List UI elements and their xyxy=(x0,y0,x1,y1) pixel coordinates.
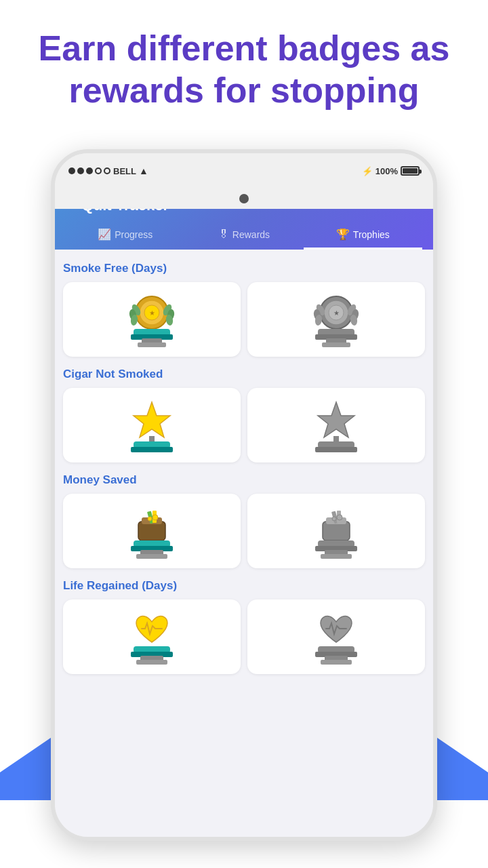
signal-dot-4 xyxy=(95,167,102,174)
svg-rect-59 xyxy=(136,660,167,665)
signal-area: BELL ▲ xyxy=(68,165,148,176)
trophy-card-money-gold xyxy=(63,494,241,568)
tab-rewards[interactable]: 🎖 Rewards xyxy=(184,221,303,250)
trophy-card-life-gold xyxy=(63,599,241,674)
camera-bar xyxy=(55,189,433,209)
svg-rect-46 xyxy=(323,521,350,540)
cigar-gold-trophy-svg xyxy=(121,397,182,454)
carrier-label: BELL xyxy=(113,166,136,176)
app-content: ≡ Quit Tracker 📈 Progress 🎖 Rewards 🏆 Tr… xyxy=(55,189,433,837)
svg-marker-32 xyxy=(318,402,354,437)
cigar-gray-trophy-svg xyxy=(306,397,367,454)
svg-text:★: ★ xyxy=(333,309,340,317)
svg-rect-45 xyxy=(136,554,167,559)
svg-rect-27 xyxy=(322,342,350,347)
signal-dot-5 xyxy=(104,167,110,174)
life-gray-trophy-svg xyxy=(306,608,367,666)
trophies-icon: 🏆 xyxy=(336,228,350,241)
svg-rect-36 xyxy=(138,521,165,540)
svg-point-41 xyxy=(148,517,152,521)
battery-bar xyxy=(401,166,420,176)
svg-marker-28 xyxy=(134,402,170,437)
tab-rewards-label: Rewards xyxy=(232,229,270,240)
svg-rect-35 xyxy=(315,447,357,452)
rewards-icon: 🎖 xyxy=(218,229,229,241)
trophy-grid-life xyxy=(63,599,425,674)
svg-text:★: ★ xyxy=(149,309,155,317)
svg-rect-13 xyxy=(138,342,166,347)
svg-rect-63 xyxy=(321,660,352,665)
trophy-grid-smoke-free: ★ xyxy=(63,282,425,357)
battery-area: ⚡ 100% xyxy=(362,166,420,176)
phone-mockup: BELL ▲ ⚡ 100% ≡ Quit Tracker 📈 Progress xyxy=(51,149,437,841)
tab-bar: 📈 Progress 🎖 Rewards 🏆 Trophies xyxy=(66,221,422,250)
trophy-card-cigar-gold xyxy=(63,388,241,462)
trophy-card-smoke-gold: ★ xyxy=(63,282,241,357)
bluetooth-icon: ⚡ xyxy=(362,166,373,176)
life-gold-trophy-svg xyxy=(121,608,182,666)
section-money-label: Money Saved xyxy=(63,473,425,487)
scroll-content[interactable]: Smoke Free (Days) ★ xyxy=(55,250,433,830)
signal-dot-2 xyxy=(77,167,84,174)
svg-rect-55 xyxy=(321,554,352,559)
tab-trophies-label: Trophies xyxy=(353,229,390,240)
section-life-label: Life Regained (Days) xyxy=(63,579,425,593)
tab-progress-label: Progress xyxy=(115,229,152,240)
section-smoke-free-label: Smoke Free (Days) xyxy=(63,262,425,275)
trophy-grid-money xyxy=(63,494,425,568)
smoke-gold-trophy-svg: ★ xyxy=(121,291,182,349)
svg-rect-31 xyxy=(131,447,173,452)
page-headline: Earn different badges as rewards for sto… xyxy=(0,27,488,112)
tab-trophies[interactable]: 🏆 Trophies xyxy=(304,221,422,250)
svg-point-50 xyxy=(337,515,342,520)
section-cigar-label: Cigar Not Smoked xyxy=(63,368,425,381)
progress-icon: 📈 xyxy=(98,228,111,241)
tab-progress[interactable]: 📈 Progress xyxy=(66,221,184,250)
smoke-gray-trophy-svg: ★ xyxy=(306,291,367,349)
wifi-icon: ▲ xyxy=(139,165,148,176)
signal-dot-1 xyxy=(68,167,75,174)
money-gold-trophy-svg xyxy=(121,502,182,560)
battery-label: 100% xyxy=(375,166,398,176)
headline-text: Earn different badges as rewards for sto… xyxy=(27,27,461,112)
trophy-grid-cigar xyxy=(63,388,425,462)
trophy-card-smoke-gray: ★ xyxy=(247,282,425,357)
camera-dot xyxy=(239,194,249,203)
battery-fill xyxy=(403,168,418,174)
svg-point-51 xyxy=(332,517,336,521)
status-bar: BELL ▲ ⚡ 100% xyxy=(55,153,433,189)
svg-point-40 xyxy=(152,515,158,520)
trophy-card-cigar-gray xyxy=(247,388,425,462)
trophy-card-money-gray xyxy=(247,494,425,568)
money-gray-trophy-svg xyxy=(306,502,367,560)
signal-dot-3 xyxy=(86,167,93,174)
trophy-card-life-gray xyxy=(247,599,425,674)
